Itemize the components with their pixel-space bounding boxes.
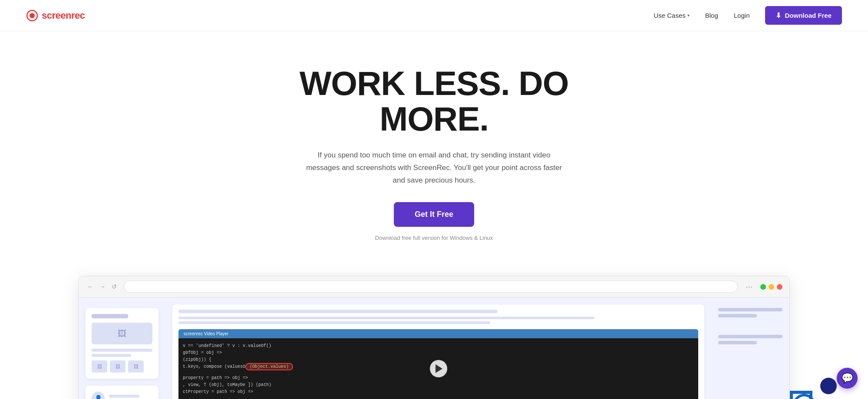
browser-refresh-button[interactable]: ↺ xyxy=(110,282,119,291)
code-display: v == 'undefined' ? v : v.valueOf() g0fOb… xyxy=(183,343,293,396)
browser-center-card: screenrec Video Player v == 'undefined' … xyxy=(172,304,704,399)
magnifier-circle xyxy=(790,391,812,399)
get-it-free-button[interactable]: Get It Free xyxy=(394,202,474,227)
ui-thumbnail-2: 🖼 xyxy=(110,360,125,373)
browser-nav-buttons: ← → ↺ xyxy=(86,282,119,291)
browser-center-panel: screenrec Video Player v == 'undefined' … xyxy=(165,298,711,399)
navbar: screenrec Use Cases ▾ Blog Login ⬇ Downl… xyxy=(0,0,868,31)
browser-back-button[interactable]: ← xyxy=(86,282,95,291)
code-line-2: g0fObj = obj => xyxy=(183,350,293,356)
profile-avatar: 👤 xyxy=(92,392,105,399)
code-line-3: (zipObj)) { xyxy=(183,356,293,363)
profile-name-line xyxy=(109,395,139,398)
download-icon: ⬇ xyxy=(776,11,781,20)
ui-card-line xyxy=(92,349,152,352)
center-text-lines xyxy=(178,317,698,324)
browser-section: 👤 ← → ↺ ⋯ xyxy=(0,276,868,399)
hero-title: WORK LESS. DO MORE. xyxy=(248,66,621,137)
traffic-light-yellow xyxy=(769,284,774,290)
code-line-6: property = path => obj => xyxy=(183,375,293,382)
hero-section: WORK LESS. DO MORE. If you spend too muc… xyxy=(239,31,630,258)
svg-point-1 xyxy=(30,13,35,18)
ui-card-lines xyxy=(92,349,152,357)
chat-bubble-button[interactable]: 💬 xyxy=(837,368,858,389)
thumb-icon-3: 🖼 xyxy=(134,364,139,369)
center-line xyxy=(178,321,490,324)
nav-blog[interactable]: Blog xyxy=(705,12,718,19)
right-lines-group-1 xyxy=(718,308,782,317)
right-line xyxy=(718,314,757,317)
right-lines-group-2 xyxy=(718,335,782,344)
play-button[interactable] xyxy=(430,360,447,377)
video-player: screenrec Video Player v == 'undefined' … xyxy=(178,329,698,399)
ui-card-thumbnails: 🖼 🖼 🖼 xyxy=(92,360,152,373)
thumb-icon-1: 🖼 xyxy=(97,364,102,369)
code-highlight: (Object.values) xyxy=(245,363,293,370)
code-line-4: t.keys, compose (valuesO(Object.values) xyxy=(183,363,293,370)
person-head xyxy=(820,378,837,394)
browser-right-panel xyxy=(711,298,789,399)
video-player-titlebar: screenrec Video Player xyxy=(178,329,698,338)
traffic-light-red xyxy=(777,284,782,290)
ui-card-1: 🖼 🖼 🖼 🖼 xyxy=(86,308,158,379)
browser-more-button[interactable]: ⋯ xyxy=(743,282,755,292)
thumb-icon-2: 🖼 xyxy=(116,364,120,369)
download-free-button[interactable]: ⬇ Download Free xyxy=(765,6,842,25)
center-header-line xyxy=(178,310,498,313)
nav-links: Use Cases ▾ Blog Login ⬇ Download Free xyxy=(653,6,842,25)
browser-window: ← → ↺ ⋯ 🖼 xyxy=(78,276,790,399)
ui-card-2: 👤 xyxy=(86,386,158,399)
video-player-body: v == 'undefined' ? v : v.valueOf() g0fOb… xyxy=(178,338,698,399)
code-line-1: v == 'undefined' ? v : v.valueOf() xyxy=(183,343,293,350)
right-line xyxy=(718,341,757,344)
code-line-7: , view, T (obj), toMaybe ]) (path) xyxy=(183,382,293,389)
ui-card-header-line xyxy=(92,314,128,318)
logo[interactable]: screenrec xyxy=(26,10,85,22)
traffic-light-green xyxy=(760,284,766,290)
code-spacer xyxy=(183,370,293,375)
ui-thumbnail-3: 🖼 xyxy=(128,360,144,373)
center-line xyxy=(178,317,594,319)
chat-bubble-icon: 💬 xyxy=(842,373,853,384)
logo-icon xyxy=(26,10,38,22)
right-line xyxy=(718,335,782,338)
browser-left-panel: 🖼 🖼 🖼 🖼 xyxy=(79,298,165,399)
ui-card-line xyxy=(92,354,131,357)
nav-use-cases[interactable]: Use Cases ▾ xyxy=(653,12,689,19)
browser-traffic-lights xyxy=(760,284,782,290)
logo-text: screenrec xyxy=(42,10,85,21)
profile-info xyxy=(109,395,152,399)
browser-forward-button[interactable]: → xyxy=(98,282,107,291)
browser-topbar: ← → ↺ ⋯ xyxy=(79,276,789,298)
image-placeholder-icon: 🖼 xyxy=(118,329,126,339)
right-line xyxy=(718,308,782,311)
video-player-title-text: screenrec Video Player xyxy=(184,331,228,336)
chevron-down-icon: ▾ xyxy=(687,13,690,18)
ui-thumbnail-1: 🖼 xyxy=(92,360,107,373)
right-spacer xyxy=(718,322,782,330)
play-triangle-icon xyxy=(436,364,442,373)
hero-cta-note: Download free full version for Windows &… xyxy=(248,235,621,241)
nav-login[interactable]: Login xyxy=(734,12,750,19)
browser-address-bar[interactable] xyxy=(124,281,738,293)
browser-content: 🖼 🖼 🖼 🖼 xyxy=(79,298,789,399)
ui-card-image: 🖼 xyxy=(92,323,152,344)
hero-subtitle: If you spend too much time on email and … xyxy=(304,149,564,187)
code-line-8: ctProperty = path => obj => xyxy=(183,389,293,396)
